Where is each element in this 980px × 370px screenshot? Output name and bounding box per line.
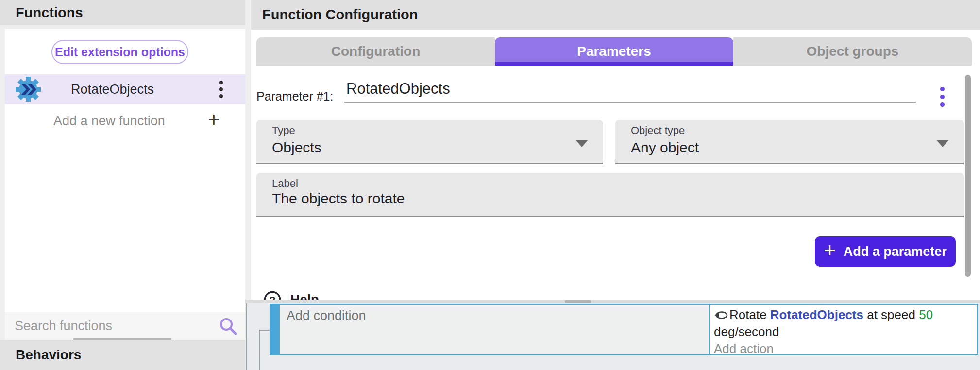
object-type-select-value: Any object [631,139,699,156]
add-condition-link[interactable]: Add condition [287,308,366,323]
type-select[interactable]: Type Objects [256,120,603,164]
function-configuration-header: Function Configuration [251,0,980,30]
event-conditions-area[interactable]: Add condition [280,305,709,354]
tab-object-groups[interactable]: Object groups [733,37,972,66]
active-tab-indicator [495,62,733,66]
edit-extension-options-button[interactable]: Edit extension options [51,40,188,64]
search-functions-input[interactable] [15,312,204,340]
type-select-value: Objects [272,139,321,156]
event-selection-bar [270,304,279,355]
tab-configuration[interactable]: Configuration [256,37,495,66]
object-type-select[interactable]: Object type Any object [615,120,964,164]
event-row: Add condition Rotate RotatedObjects at s… [279,304,978,355]
action-item[interactable]: Rotate RotatedObjects at speed 50 deg/se… [714,306,973,340]
label-field-input[interactable] [272,190,942,207]
functions-panel-header: Functions [0,0,245,25]
add-function-label: Add a new function [53,105,165,136]
function-list-item-rotateobjects[interactable]: RotateObjects [5,74,245,104]
parameter-menu-button[interactable] [937,84,947,109]
add-action-link[interactable]: Add action [714,340,973,357]
behaviors-section-header: Behaviors [0,340,245,370]
search-functions-bar [5,312,245,340]
functions-title: Functions [16,0,83,25]
events-left-border [246,303,247,370]
function-configuration-title: Function Configuration [262,0,418,30]
function-gear-icon [16,77,41,102]
tab-bar: Configuration Parameters Object groups [256,37,972,66]
vertical-scrollbar-thumb[interactable] [965,75,971,277]
type-select-label: Type [272,124,295,137]
subevent-connector-line [259,330,260,370]
tab-parameters[interactable]: Parameters [495,37,733,66]
label-field-label: Label [272,177,298,190]
function-item-label: RotateObjects [71,74,154,104]
plus-icon: + [824,240,836,261]
event-actions-area: Rotate RotatedObjects at speed 50 deg/se… [709,305,977,354]
function-item-menu-button[interactable] [214,74,228,104]
action-text-prefix: Rotate [729,307,770,322]
parameter-name-input[interactable] [344,80,916,103]
parameter-number-label: Parameter #1: [256,89,333,103]
add-function-row[interactable]: Add a new function + [5,105,245,136]
events-panel-drag-handle[interactable] [565,300,591,303]
search-icon [219,317,238,336]
events-panel-divider [245,300,980,303]
edit-extension-options-label: Edit extension options [55,45,185,59]
events-sheet-panel: Add condition Rotate RotatedObjects at s… [245,300,980,370]
chevron-down-icon [937,140,948,147]
add-function-plus-icon: + [208,105,220,135]
chevron-down-icon [576,140,588,147]
add-parameter-button[interactable]: + Add a parameter [815,236,956,267]
events-sheet: Add condition Rotate RotatedObjects at s… [245,303,980,370]
object-type-select-label: Object type [631,124,685,137]
functions-panel: Edit extension options RotateObjects Add… [5,29,245,370]
action-speed-value: 50 [919,307,933,322]
rotate-action-icon [714,310,728,320]
behaviors-title: Behaviors [16,340,81,370]
add-parameter-label: Add a parameter [844,244,947,259]
action-text-middle: at speed [863,307,919,322]
action-text-suffix: deg/second [714,324,779,339]
action-object-name: RotatedObjects [770,307,863,322]
label-field: Label [256,173,964,217]
